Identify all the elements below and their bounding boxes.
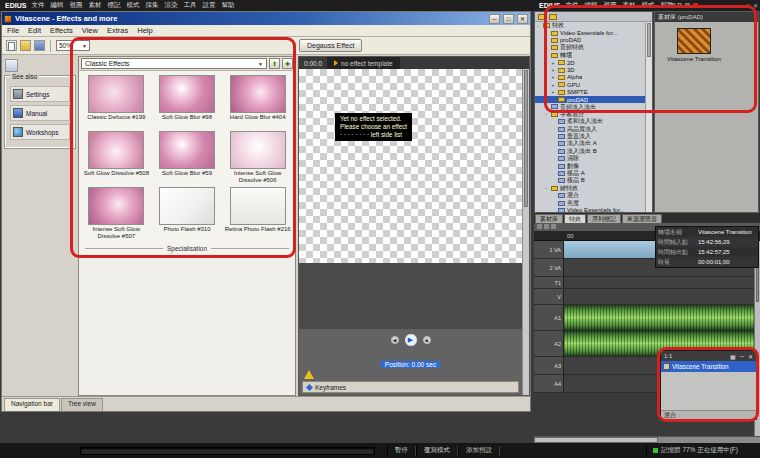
palette-tab[interactable]: 序列標記 bbox=[587, 214, 621, 223]
stop-button[interactable]: ■ bbox=[422, 335, 432, 345]
tree-item[interactable]: + GPU bbox=[535, 81, 645, 88]
effect-item[interactable]: Retina Photo Flash #216 bbox=[223, 187, 292, 240]
effect-thumbnail[interactable] bbox=[88, 75, 144, 113]
keyframes-bar[interactable]: Keyframes bbox=[302, 381, 519, 393]
menu-item[interactable]: 編輯 bbox=[584, 1, 597, 10]
tree-expand-glyph[interactable]: - bbox=[543, 52, 549, 58]
close-icon[interactable]: ✕ bbox=[748, 353, 753, 360]
tree-expand-glyph[interactable]: + bbox=[550, 82, 556, 88]
bin-item[interactable]: Vitascene Transition bbox=[663, 28, 725, 63]
tree-expand-glyph[interactable]: + bbox=[550, 89, 556, 95]
effect-item[interactable]: Intense Soft Glow Dissolve #506 bbox=[223, 131, 292, 184]
preview-scrollbar[interactable] bbox=[522, 69, 529, 395]
tree-item[interactable]: 音頻淡入淡出 bbox=[535, 103, 645, 110]
grid-icon[interactable]: ▦ bbox=[730, 353, 736, 360]
effect-item[interactable]: Soft Glow Blur #98 bbox=[153, 75, 222, 128]
degauss-effect-button[interactable]: Degauss Effect bbox=[299, 39, 362, 52]
menu-item[interactable]: Extras bbox=[107, 26, 128, 35]
category-dropdown[interactable]: Classic Effects ▼ bbox=[81, 58, 267, 69]
tree-item[interactable]: 樣品 A bbox=[535, 170, 645, 177]
effect-item[interactable]: Photo Flash #310 bbox=[153, 187, 222, 240]
menu-item[interactable]: 模式 bbox=[641, 1, 654, 10]
track-header[interactable]: A2 bbox=[534, 331, 564, 357]
save-icon[interactable] bbox=[34, 40, 45, 51]
tree-item[interactable]: Video Essentials for... bbox=[535, 207, 645, 212]
tree-expand-glyph[interactable]: + bbox=[550, 60, 556, 66]
folder-up-icon[interactable] bbox=[549, 14, 557, 20]
effect-thumbnail[interactable] bbox=[88, 131, 144, 169]
play-button[interactable]: ▶ bbox=[404, 333, 418, 347]
track-header[interactable]: 2 VA bbox=[534, 259, 564, 277]
tree-expand-glyph[interactable]: + bbox=[550, 74, 556, 80]
effect-thumbnail[interactable] bbox=[88, 187, 144, 225]
timeline-tool-icon[interactable] bbox=[537, 224, 542, 229]
menu-item[interactable]: Edit bbox=[28, 26, 41, 35]
palette-tab[interactable]: 特效 bbox=[564, 214, 586, 223]
favorites-add-button[interactable]: ⬆ bbox=[269, 58, 280, 69]
view-tab[interactable]: Tree view bbox=[61, 398, 103, 411]
minimize-icon[interactable]: ─ bbox=[489, 14, 500, 24]
palette-tab[interactable]: 素材庫 bbox=[535, 214, 563, 223]
menu-item[interactable]: 文件 bbox=[565, 1, 578, 10]
maximize-icon[interactable]: □ bbox=[746, 3, 750, 9]
tree-expand-glyph[interactable]: + bbox=[550, 67, 556, 73]
new-document-icon[interactable] bbox=[6, 40, 17, 51]
timeline-hscrollbar[interactable] bbox=[534, 436, 760, 443]
effect-item[interactable]: Classic Defocus #199 bbox=[82, 75, 151, 128]
minimize-icon[interactable]: ─ bbox=[740, 353, 744, 359]
menu-item[interactable]: 素材 bbox=[622, 1, 635, 10]
menu-item[interactable]: 文件 bbox=[31, 1, 44, 10]
close-icon[interactable]: ✕ bbox=[753, 2, 758, 9]
tree-item[interactable]: 亮度 bbox=[535, 199, 645, 206]
menu-item[interactable]: View bbox=[82, 26, 98, 35]
tree-item[interactable]: + Alpha bbox=[535, 74, 645, 81]
tree-item[interactable]: + 2D bbox=[535, 59, 645, 66]
tree-item[interactable]: 樣品 B bbox=[535, 177, 645, 184]
tree-item[interactable]: + SMPTE bbox=[535, 89, 645, 96]
applied-transition-item[interactable]: Vitascene Transition bbox=[661, 361, 756, 372]
track-content[interactable] bbox=[564, 277, 760, 289]
tree-item[interactable]: Video Essentials for... bbox=[535, 29, 645, 36]
view-tab[interactable]: Navigation bar bbox=[4, 398, 60, 411]
menu-item[interactable]: 幫助 bbox=[221, 1, 234, 10]
scrollbar-thumb[interactable] bbox=[524, 70, 528, 207]
effect-thumbnail[interactable] bbox=[159, 75, 215, 113]
tree-item[interactable]: - 轉場 bbox=[535, 52, 645, 59]
palette-tab[interactable]: 來源瀏覽器 bbox=[622, 214, 662, 223]
menu-item[interactable]: Help bbox=[137, 26, 152, 35]
effect-thumbnail[interactable] bbox=[230, 187, 286, 225]
track-header[interactable]: T1 bbox=[534, 277, 564, 289]
maximize-icon[interactable]: □ bbox=[503, 14, 514, 24]
effect-thumbnail[interactable] bbox=[159, 131, 215, 169]
refresh-button[interactable]: ✚ bbox=[282, 58, 293, 69]
menu-item[interactable]: 渲染 bbox=[164, 1, 177, 10]
menu-item[interactable]: 視圖 bbox=[603, 1, 616, 10]
menu-item[interactable]: 工具 bbox=[183, 1, 196, 10]
menu-item[interactable]: 編輯 bbox=[50, 1, 63, 10]
zoom-ratio[interactable]: 1:1 bbox=[664, 353, 672, 359]
menu-item[interactable]: 設置 bbox=[202, 1, 215, 10]
tree-expand-glyph[interactable]: - bbox=[535, 23, 541, 29]
previous-frame-button[interactable]: ◀ bbox=[390, 335, 400, 345]
tree-expand-glyph[interactable]: + bbox=[543, 45, 549, 51]
effect-thumbnail[interactable] bbox=[230, 131, 286, 169]
effect-item[interactable]: Soft Glow Blur #59 bbox=[153, 131, 222, 184]
vitascene-titlebar[interactable]: Vitascene - Effects and more ─ □ ✕ bbox=[2, 12, 530, 25]
preview-canvas[interactable]: Yet no effect selected.Please choose an … bbox=[299, 69, 522, 263]
menu-item[interactable]: 視圖 bbox=[69, 1, 82, 10]
effect-item[interactable]: Intense Soft Glow Dissolve #507 bbox=[82, 187, 151, 240]
tree-item[interactable]: 劃像 bbox=[535, 162, 645, 169]
menu-item[interactable]: File bbox=[7, 26, 19, 35]
tree-item[interactable]: 清除 bbox=[535, 155, 645, 162]
minimize-icon[interactable]: ─ bbox=[739, 3, 743, 9]
menu-item[interactable]: 標記 bbox=[107, 1, 120, 10]
tree-expand-glyph[interactable]: - bbox=[543, 111, 549, 117]
menu-item[interactable]: 模式 bbox=[126, 1, 139, 10]
scrollbar-thumb[interactable] bbox=[647, 23, 651, 57]
track-content[interactable] bbox=[564, 305, 760, 331]
tree-item[interactable]: proDAD bbox=[535, 37, 645, 44]
tree-item[interactable]: 淡入淡出 B bbox=[535, 148, 645, 155]
open-folder-icon[interactable] bbox=[20, 40, 31, 51]
timeline-tool-icon[interactable] bbox=[544, 224, 549, 229]
tree-item[interactable]: - 鍵特效 bbox=[535, 185, 645, 192]
